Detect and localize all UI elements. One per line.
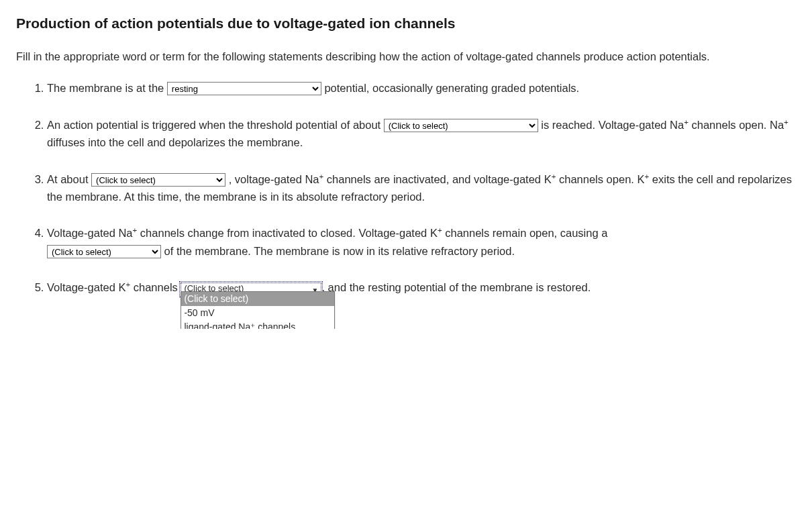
potassium-ion: K+ [637, 173, 649, 185]
question-4: Voltage-gated Na+ channels change from i… [47, 224, 796, 260]
sodium-ion: Na+ [118, 227, 137, 239]
question-1: The membrane is at the resting potential… [47, 79, 796, 97]
q3-text-b: channels are inactivated, and voltage-ga… [323, 173, 544, 185]
q2-text-pre: An action potential is triggered when th… [47, 119, 384, 131]
potassium-ion: K+ [430, 227, 442, 239]
q2-text-post-b: channels open. [689, 119, 770, 131]
question-2: An action potential is triggered when th… [47, 116, 796, 152]
question-5: Voltage-gated K+ channels (Click to sele… [47, 279, 796, 296]
q4-text-pre-a: Voltage-gated [47, 227, 118, 239]
dropdown-option[interactable]: -50 mV [181, 306, 334, 320]
q4-select[interactable]: (Click to select) [47, 245, 161, 258]
q3-text-c: channels open. [556, 173, 637, 185]
potassium-ion: K+ [118, 281, 130, 293]
question-3: At about (Click to select) , voltage-gat… [47, 170, 796, 206]
potassium-ion: K+ [544, 173, 556, 185]
q2-select[interactable]: (Click to select) [384, 119, 538, 132]
dropdown-option[interactable]: ligand-gated Na⁺ channels [181, 320, 334, 329]
sodium-ion: Na+ [305, 173, 323, 185]
question-list: The membrane is at the resting potential… [16, 79, 796, 296]
q2-text-post-c: diffuses into the cell and depolarizes t… [47, 136, 303, 148]
q1-text-pre: The membrane is at the [47, 82, 167, 94]
q5-text-post: , and the resting potential of the membr… [321, 281, 591, 293]
q5-text-pre-b: channels [130, 281, 181, 293]
q3-text-a: , voltage-gated [225, 173, 305, 185]
q4-text-pre-c: channels remain open, causing a [442, 227, 608, 239]
q4-text-pre-b: channels change from inactivated to clos… [137, 227, 430, 239]
sodium-ion: Na+ [770, 119, 789, 131]
q2-text-post-a: is reached. Voltage-gated [538, 119, 670, 131]
dropdown-option[interactable]: (Click to select) [181, 292, 334, 306]
q3-text-pre: At about [47, 173, 91, 185]
q4-text-post: of the membrane. The membrane is now in … [161, 245, 515, 257]
q1-text-post: potential, occasionally generating grade… [321, 82, 579, 94]
q1-select[interactable]: resting [167, 82, 321, 95]
q5-select-wrap: (Click to select)▼ (Click to select) -50… [181, 279, 321, 296]
instructions-text: Fill in the appropriate word or term for… [16, 49, 796, 64]
q5-dropdown-list: (Click to select) -50 mV ligand-gated Na… [181, 291, 335, 328]
sodium-ion: Na+ [670, 119, 689, 131]
q3-select[interactable]: (Click to select) [91, 173, 225, 187]
q5-text-pre-a: Voltage-gated [47, 281, 118, 293]
page-title: Production of action potentials due to v… [16, 13, 796, 33]
